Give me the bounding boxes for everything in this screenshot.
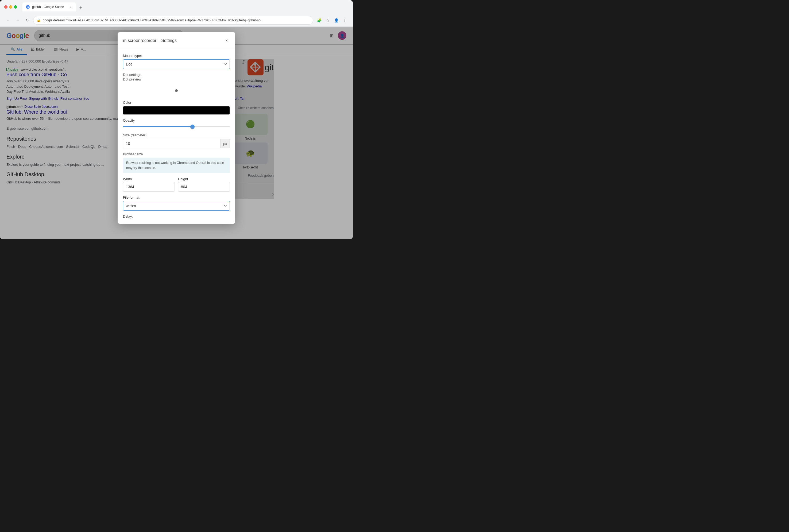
dot-settings-label: Dot settings bbox=[123, 73, 230, 77]
browser-tab[interactable]: G github - Google Suche ✕ bbox=[22, 2, 76, 12]
extensions-button[interactable]: 🧩 bbox=[315, 17, 323, 24]
tab-bar: G github - Google Suche ✕ + bbox=[20, 2, 348, 12]
width-input[interactable] bbox=[123, 182, 175, 192]
file-format-select[interactable]: webm mp4 gif bbox=[123, 201, 230, 211]
width-field: Width bbox=[123, 177, 175, 192]
maximize-button[interactable] bbox=[14, 5, 17, 8]
back-button[interactable]: ← bbox=[4, 17, 12, 24]
browser-frame: G github - Google Suche ✕ + ← → ↻ 🔒 goog… bbox=[0, 0, 353, 239]
size-unit: px bbox=[220, 139, 230, 148]
size-label: Size (diameter) bbox=[123, 133, 230, 137]
settings-modal: m screenrecorder – Settings × Mouse type… bbox=[118, 32, 235, 224]
color-swatch[interactable] bbox=[123, 106, 230, 115]
tab-favicon: G bbox=[26, 5, 30, 9]
forward-button[interactable]: → bbox=[14, 17, 21, 24]
title-bar: G github - Google Suche ✕ + bbox=[0, 0, 353, 14]
close-button[interactable] bbox=[4, 5, 7, 8]
tab-title: github - Google Suche bbox=[32, 5, 66, 9]
size-row: Size (diameter) px bbox=[123, 133, 230, 148]
size-input[interactable] bbox=[123, 139, 220, 148]
refresh-button[interactable]: ↻ bbox=[23, 17, 31, 24]
lock-icon: 🔒 bbox=[37, 18, 41, 22]
width-label: Width bbox=[123, 177, 175, 181]
file-format-row: File format: webm mp4 gif bbox=[123, 195, 230, 211]
menu-button[interactable]: ⋮ bbox=[341, 17, 348, 24]
modal-close-button[interactable]: × bbox=[224, 37, 230, 44]
modal-title: m screenrecorder – Settings bbox=[123, 38, 177, 43]
svg-text:G: G bbox=[27, 6, 29, 8]
page-content: Google github ⊞ 👤 🔍 Alle 🖼 Bilder bbox=[0, 27, 353, 239]
color-label: Color bbox=[123, 100, 230, 104]
color-row: Color bbox=[123, 100, 230, 115]
dot-preview-area bbox=[123, 84, 230, 97]
nav-actions: 🧩 ☆ 👤 ⋮ bbox=[315, 17, 348, 24]
address-bar[interactable]: 🔒 google.de/search?sxsrf=ALeKk0136os4SZR… bbox=[33, 16, 313, 24]
slider-thumb[interactable] bbox=[190, 125, 195, 129]
opacity-row: Opacity bbox=[123, 118, 230, 129]
bookmark-button[interactable]: ☆ bbox=[324, 17, 331, 24]
size-input-container: px bbox=[123, 139, 230, 148]
height-field: Height bbox=[178, 177, 230, 192]
dimensions-row: Width Height bbox=[123, 177, 230, 192]
minimize-button[interactable] bbox=[9, 5, 12, 8]
browser-size-row: Browser size Browser resizing is not wor… bbox=[123, 152, 230, 173]
mouse-type-select[interactable]: Dot Circle Arrow bbox=[123, 59, 230, 69]
height-label: Height bbox=[178, 177, 230, 181]
slider-fill bbox=[123, 126, 192, 127]
dot-preview-label: Dot preview bbox=[123, 77, 230, 81]
opacity-slider[interactable] bbox=[123, 124, 230, 129]
delay-label: Delay: bbox=[123, 214, 230, 218]
new-tab-button[interactable]: + bbox=[77, 4, 84, 12]
height-input[interactable] bbox=[178, 182, 230, 192]
modal-header: m screenrecorder – Settings × bbox=[118, 32, 235, 49]
modal-body: Mouse type: Dot Circle Arrow Dot setting… bbox=[118, 49, 235, 224]
mouse-type-label: Mouse type: bbox=[123, 54, 230, 58]
address-text: google.de/search?sxsrf=ALeKk0136os4SZRVT… bbox=[43, 18, 310, 22]
slider-track bbox=[123, 126, 230, 127]
profile-button[interactable]: 👤 bbox=[332, 17, 340, 24]
browser-size-label: Browser size bbox=[123, 152, 230, 156]
tab-close-button[interactable]: ✕ bbox=[69, 5, 73, 9]
file-format-label: File format: bbox=[123, 195, 230, 200]
opacity-label: Opacity bbox=[123, 118, 230, 122]
modal-overlay: m screenrecorder – Settings × Mouse type… bbox=[0, 27, 353, 239]
dot-preview bbox=[175, 89, 178, 92]
browser-size-info: Browser resizing is not working in Chrom… bbox=[123, 158, 230, 173]
traffic-lights bbox=[4, 5, 17, 8]
nav-bar: ← → ↻ 🔒 google.de/search?sxsrf=ALeKk0136… bbox=[0, 14, 353, 27]
